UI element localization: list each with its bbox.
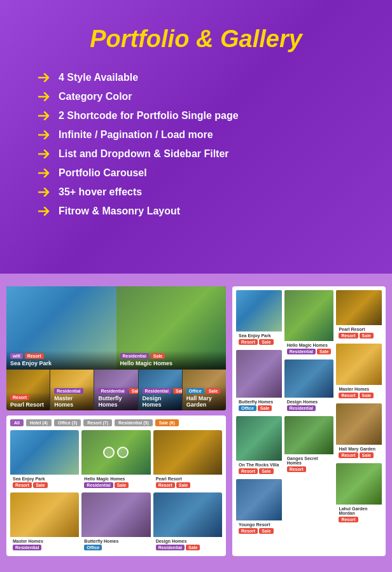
tag-residential-1: Residential — [120, 353, 149, 359]
grid-item-1[interactable]: Sea Enjoy ParkResortSale — [10, 430, 79, 490]
thumb-tag-3: Residential — [98, 388, 127, 394]
mi-tag-4b: Sale — [259, 528, 273, 534]
carousel-preview: wifi Resort Sea Enjoy Park Residential S… — [6, 286, 226, 410]
mi-tag-9b: Sale — [360, 393, 374, 398]
filter-bar: All Hotel (4) Office (3) Resort (7) Resi… — [10, 419, 222, 426]
grid-item-6[interactable]: Design HomesResidentialSale — [153, 492, 222, 552]
mi-tag-2b: Sale — [258, 405, 272, 411]
masonry-col-1: Sea Enjoy ParkResortSale Butterfly Homes… — [236, 290, 282, 536]
preview-right: Sea Enjoy ParkResortSale Butterfly Homes… — [232, 286, 386, 556]
mi-tag-11a: Resort — [339, 517, 358, 522]
mi-tag-1a: Resort — [239, 339, 258, 345]
masonry-item-3[interactable]: On The Rocks VillaResortSale — [236, 416, 282, 477]
arrow-icon — [38, 111, 51, 120]
arrow-icon — [38, 150, 51, 158]
grid-item-3[interactable]: Pearl ResortResortSale — [153, 430, 222, 490]
masonry-item-4[interactable]: Youngo ResortResortSale — [236, 479, 282, 536]
prop-name-2: Hello Magic Homes — [120, 360, 223, 366]
feature-text: Fitrow & Masonry Layout — [59, 206, 180, 217]
mi-tag-5a: Residential — [287, 349, 316, 354]
feature-text: 4 Style Available — [59, 72, 138, 83]
gi-tag-3b: Sale — [176, 482, 190, 488]
feature-item: List and Dropdown & Sidebar Filter — [38, 148, 354, 160]
filter-residential[interactable]: Residential (5) — [115, 419, 153, 426]
grid-preview: All Hotel (4) Office (3) Resort (7) Resi… — [6, 415, 226, 556]
gi-tag-5a: Office — [84, 545, 102, 550]
masonry-item-2[interactable]: Butterfly HomesOfficeSale — [236, 350, 282, 414]
carousel-thumbs: Resort Pearl Resort Residential Master H… — [6, 369, 226, 410]
grid-items: Sea Enjoy ParkResortSale Hello Magic Hom… — [10, 430, 222, 552]
mi-tag-3b: Sale — [259, 468, 273, 474]
prop-tags-1: wifi Resort — [10, 353, 113, 359]
prop-name-1: Sea Enjoy Park — [10, 360, 113, 366]
thumb-2[interactable]: Residential Master Homes — [50, 370, 94, 410]
feature-item: 35+ hover effects — [38, 186, 354, 198]
grid-item-5[interactable]: Butterfly HomesOffice — [81, 492, 150, 552]
filter-office[interactable]: Office (3) — [54, 419, 81, 426]
masonry-item-8[interactable]: Pearl ResortResortSale — [336, 290, 382, 341]
filter-resort[interactable]: Resort (7) — [83, 419, 112, 426]
gi-tag-4a: Residential — [13, 545, 41, 550]
arrow-icon — [38, 92, 51, 101]
thumb-tag-2: Residential — [54, 388, 83, 394]
filter-hotel[interactable]: Hotel (4) — [26, 419, 52, 426]
hero-title: Portfolio & Gallery — [38, 25, 354, 53]
thumb-overlay-2: Residential Master Homes — [50, 386, 94, 410]
masonry-item-1[interactable]: Sea Enjoy ParkResortSale — [236, 290, 282, 347]
feature-text: 2 Shortcode for Portfolio Single page — [59, 110, 239, 122]
feature-text: Category Color — [59, 91, 132, 102]
thumb-4[interactable]: ResidentialSale Design Homes — [139, 370, 183, 410]
thumb-overlay-4: ResidentialSale Design Homes — [139, 386, 182, 410]
carousel-main-1: wifi Resort Sea Enjoy Park — [6, 286, 116, 369]
masonry-item-5[interactable]: Hello Magic HomesResidentialSale — [284, 290, 334, 357]
arrow-icon — [38, 130, 51, 139]
thumb-1[interactable]: Resort Pearl Resort — [6, 370, 50, 410]
gi-tag-1a: Resort — [13, 482, 32, 488]
grid-item-4[interactable]: Master HomesResidential — [10, 492, 79, 552]
mi-tag-7a: Resort — [287, 466, 306, 472]
thumb-tag-4b: Sale — [173, 388, 183, 394]
mi-tag-9a: Resort — [339, 393, 358, 398]
thumb-name-5: Hall Mary Garden — [186, 395, 222, 408]
masonry-grid: Sea Enjoy ParkResortSale Butterfly Homes… — [236, 290, 382, 536]
mi-tag-6a: Residential — [287, 405, 316, 411]
masonry-item-9[interactable]: Master HomesResortSale — [336, 344, 382, 401]
thumb-tag-5b: Sale — [206, 388, 220, 394]
feature-text: Infinite / Pagination / Load more — [59, 129, 213, 141]
feature-text: List and Dropdown & Sidebar Filter — [59, 148, 229, 160]
thumb-5[interactable]: OfficeSale Hall Mary Garden — [183, 370, 226, 410]
filter-sale[interactable]: Sale (6) — [155, 419, 179, 426]
gi-tag-1b: Sale — [33, 482, 47, 488]
filter-all[interactable]: All — [10, 419, 24, 426]
arrow-icon — [38, 169, 51, 178]
tag-sale-1: Sale — [151, 353, 165, 359]
feature-text: 35+ hover effects — [59, 186, 142, 198]
thumb-3[interactable]: ResidentialSale Butterfly Homes — [94, 370, 138, 410]
hero-section: Portfolio & Gallery 4 Style Available Ca… — [0, 0, 392, 274]
gi-tag-6b: Sale — [186, 545, 200, 550]
feature-item: Infinite / Pagination / Load more — [38, 129, 354, 141]
masonry-item-11[interactable]: Lahul Garden MordanResort — [336, 463, 382, 525]
previews-section: wifi Resort Sea Enjoy Park Residential S… — [0, 274, 392, 572]
thumb-tag-3b: Sale — [129, 388, 139, 394]
grid-item-2[interactable]: Hello Magic HomesResidentialSale — [81, 430, 150, 490]
masonry-col-3: Pearl ResortResortSale Master HomesResor… — [336, 290, 382, 536]
prop-tags-2: Residential Sale — [120, 353, 223, 359]
mi-tag-10b: Sale — [360, 452, 374, 458]
feature-item: 4 Style Available — [38, 72, 354, 83]
mi-tag-3a: Resort — [239, 468, 258, 474]
masonry-item-10[interactable]: Hall Mary GardenResortSale — [336, 403, 382, 461]
masonry-item-7[interactable]: Ganges Secret HomesResort — [284, 416, 334, 475]
arrow-icon — [38, 188, 51, 197]
feature-item: Category Color — [38, 91, 354, 102]
feature-list: 4 Style Available Category Color 2 Short… — [38, 72, 354, 217]
thumb-name-1: Pearl Resort — [10, 401, 46, 408]
feature-item: 2 Shortcode for Portfolio Single page — [38, 110, 354, 122]
masonry-item-6[interactable]: Design HomesResidential — [284, 359, 334, 414]
prop-overlay-2: Residential Sale Hello Magic Homes — [116, 351, 227, 369]
feature-item: Portfolio Carousel — [38, 167, 354, 179]
thumb-name-2: Master Homes — [54, 395, 90, 408]
thumb-tag-1: Resort — [10, 394, 29, 400]
mi-tag-5b: Sale — [317, 349, 331, 354]
thumb-name-4: Design Homes — [143, 395, 178, 408]
